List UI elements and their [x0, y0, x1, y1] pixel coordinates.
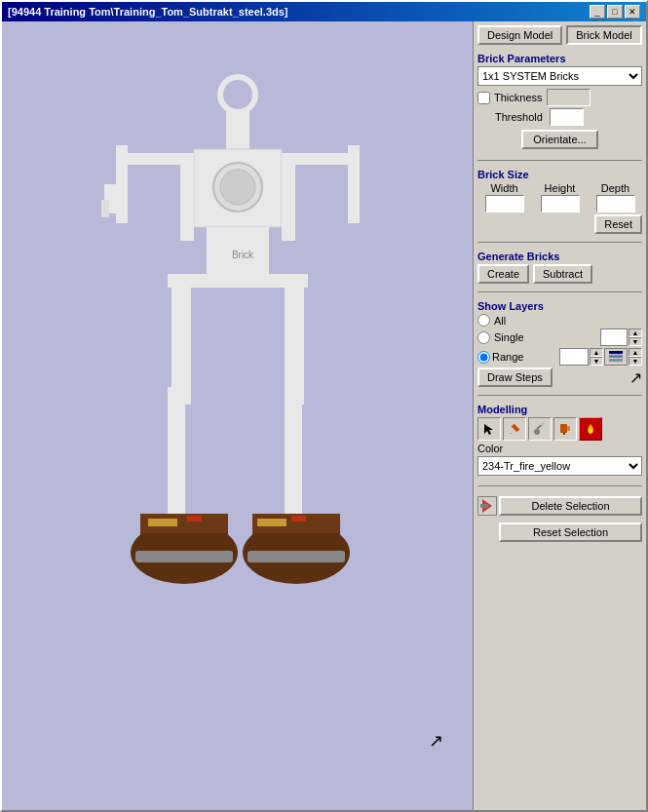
range-spin-down[interactable]: ▼ — [590, 357, 603, 366]
show-layers-section: Show Layers All Single ▲ ▼ — [477, 298, 642, 389]
subtract-button[interactable]: Subtract — [533, 264, 592, 284]
svg-rect-36 — [512, 424, 519, 432]
range-label: Range — [492, 351, 523, 363]
range-spin-up[interactable]: ▲ — [590, 348, 603, 357]
generate-buttons: Create Subtract — [477, 264, 642, 284]
view-toggle: Design Model Brick Model — [477, 25, 642, 45]
generate-bricks-section: Generate Bricks Create Subtract — [477, 249, 642, 286]
generate-bricks-label: Generate Bricks — [477, 251, 642, 262]
all-radio[interactable] — [477, 314, 490, 327]
dropper-tool-button[interactable] — [528, 417, 552, 441]
window-controls: _ □ ✕ — [590, 5, 640, 19]
reset-selection-button[interactable]: Reset Selection — [499, 522, 642, 542]
main-window: [94944 Training Tom\Training_Tom_Subtrak… — [0, 0, 648, 812]
svg-rect-6 — [168, 274, 308, 288]
range-icon-spin-up[interactable]: ▲ — [629, 348, 642, 357]
svg-rect-10 — [180, 153, 194, 241]
right-panel: Design Model Brick Model Brick Parameter… — [473, 21, 646, 810]
svg-rect-18 — [168, 387, 185, 514]
range-radio[interactable] — [477, 351, 490, 364]
brick-size-label: Brick Size — [477, 169, 642, 180]
minimize-button[interactable]: _ — [590, 5, 605, 19]
height-input[interactable]: 155 — [541, 195, 580, 213]
modelling-label: Modelling — [477, 404, 642, 415]
robot-model: Brick — [43, 36, 433, 796]
range-radio-row: Range 0 ▲ ▼ — [477, 348, 642, 366]
thickness-label: Thickness — [494, 92, 543, 103]
single-radio[interactable] — [477, 331, 490, 344]
range-icon-spin-down[interactable]: ▼ — [629, 357, 642, 366]
color-row: 234-Tr_fire_yellow — [477, 456, 642, 476]
thickness-checkbox[interactable] — [477, 92, 490, 104]
height-col: Height 155 — [533, 182, 587, 213]
pencil-tool-button[interactable] — [503, 417, 526, 441]
depth-input[interactable]: 70 — [596, 195, 635, 213]
window-title: [94944 Training Tom\Training_Tom_Subtrak… — [8, 6, 288, 18]
modelling-section: Modelling — [477, 402, 642, 480]
brick-size-reset-button[interactable]: Reset — [594, 214, 642, 234]
divider-3 — [477, 291, 642, 292]
height-label: Height — [545, 182, 576, 194]
svg-rect-7 — [282, 153, 295, 241]
single-spin-up[interactable]: ▲ — [629, 329, 642, 337]
svg-point-40 — [541, 422, 545, 426]
svg-rect-30 — [187, 516, 202, 522]
svg-rect-28 — [135, 551, 233, 562]
delete-selection-icon — [478, 497, 496, 515]
single-label: Single — [494, 331, 524, 343]
select-tool-button[interactable] — [477, 417, 501, 441]
width-label: Width — [490, 182, 517, 194]
close-button[interactable]: ✕ — [625, 5, 640, 19]
range-input[interactable]: 0 — [559, 348, 589, 366]
brick-parameters-label: Brick Parameters — [477, 53, 642, 64]
thickness-input[interactable]: 10000 — [547, 89, 591, 106]
width-input[interactable]: 129 — [485, 195, 524, 213]
design-model-button[interactable]: Design Model — [477, 25, 562, 45]
draw-steps-button[interactable]: Draw Steps — [477, 367, 553, 387]
brick-size-section: Brick Size Width 129 Height 155 Depth 70 — [477, 167, 642, 236]
viewport: Brick ↗ — [2, 21, 473, 810]
show-layers-label: Show Layers — [477, 300, 642, 312]
svg-rect-22 — [248, 551, 345, 562]
thickness-row: Thickness 10000 — [477, 89, 642, 106]
orientate-button[interactable]: Orientate... — [521, 130, 597, 149]
svg-marker-37 — [510, 433, 512, 434]
layers-icon — [609, 351, 623, 363]
brick-model-button[interactable]: Brick Model — [566, 25, 641, 45]
color-label: Color — [477, 443, 642, 454]
maximize-button[interactable]: □ — [607, 5, 623, 19]
brick-parameters-section: Brick Parameters 1x1 SYSTEM Bricks Thick… — [477, 51, 642, 154]
delete-selection-button[interactable]: Delete Selection — [499, 496, 642, 516]
create-button[interactable]: Create — [477, 264, 529, 284]
svg-point-38 — [534, 429, 540, 435]
svg-rect-9 — [348, 145, 360, 223]
threshold-input[interactable]: 0 — [550, 108, 584, 126]
single-spin-down[interactable]: ▼ — [629, 337, 642, 346]
svg-rect-23 — [257, 519, 286, 526]
fire-tool-icon — [584, 422, 597, 436]
svg-rect-33 — [609, 355, 623, 358]
svg-rect-32 — [609, 351, 623, 354]
paint-tool-button[interactable] — [553, 417, 577, 441]
dropper-tool-icon — [533, 422, 547, 436]
depth-label: Depth — [601, 182, 629, 194]
pencil-tool-icon — [508, 422, 521, 436]
svg-rect-34 — [609, 359, 623, 362]
depth-col: Depth 70 — [589, 182, 642, 213]
brick-type-dropdown[interactable]: 1x1 SYSTEM Bricks — [477, 66, 642, 86]
cursor-hint: ↗ — [629, 368, 642, 387]
3d-view: Brick ↗ — [2, 21, 473, 810]
single-radio-row: Single ▲ ▼ — [477, 329, 642, 346]
svg-text:Brick: Brick — [231, 250, 253, 260]
svg-rect-16 — [285, 387, 302, 514]
svg-rect-29 — [148, 519, 177, 526]
divider-4 — [477, 395, 642, 396]
all-label: All — [494, 315, 506, 327]
svg-rect-1 — [226, 110, 249, 149]
range-icon-btn[interactable] — [604, 348, 628, 366]
reset-btn-row: Reset — [477, 214, 642, 234]
fire-tool-button[interactable] — [579, 417, 602, 441]
svg-rect-24 — [291, 516, 306, 522]
color-dropdown[interactable]: 234-Tr_fire_yellow — [477, 456, 642, 476]
title-bar: [94944 Training Tom\Training_Tom_Subtrak… — [2, 2, 646, 21]
